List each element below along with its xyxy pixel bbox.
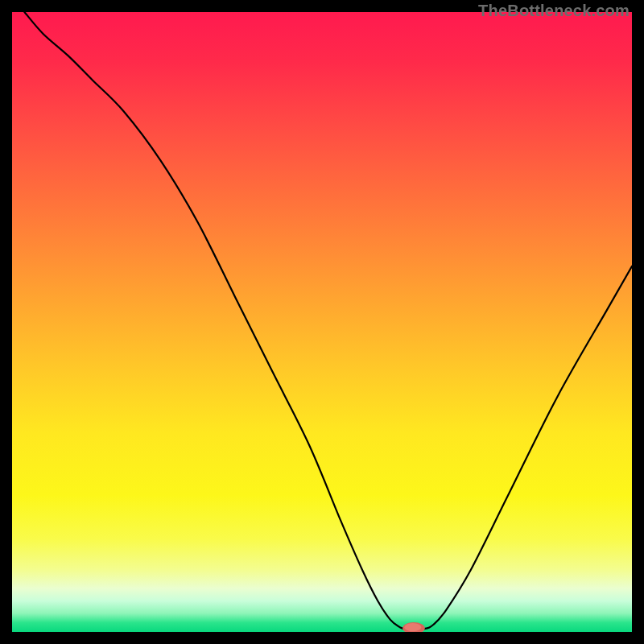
bottleneck-curve — [24, 12, 632, 630]
optimum-marker-highlight — [404, 623, 421, 631]
plot-area — [12, 12, 632, 632]
chart-container: TheBottleneck.com — [0, 0, 644, 644]
watermark-text: TheBottleneck.com — [478, 2, 630, 20]
curve-svg — [12, 12, 632, 632]
